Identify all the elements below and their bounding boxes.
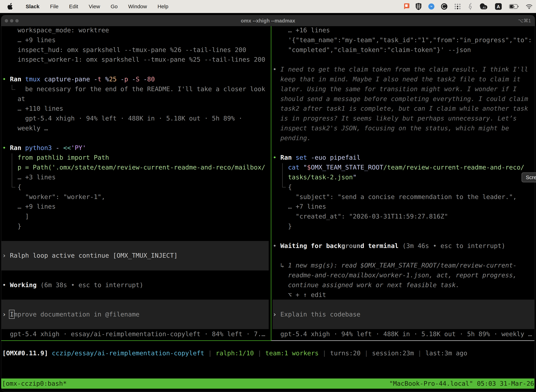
hud-segment-fg bbox=[212, 350, 216, 357]
terminal-line: inspect_worker-1: omx sparkshell --tmux-… bbox=[18, 55, 265, 65]
terminal-segment-green_bullet: • bbox=[273, 154, 280, 161]
hud-segment-bold_white: [OMX#0.11.9] bbox=[2, 350, 48, 357]
terminal-line: gpt-5.4 xhigh · 94% left · 488K in · 5.1… bbox=[280, 329, 532, 339]
messenger-badge-icon[interactable] bbox=[425, 3, 438, 10]
menu-item-view[interactable]: View bbox=[83, 4, 105, 9]
screen-share-pill-label: Scre bbox=[526, 174, 536, 180]
wifi-icon[interactable] bbox=[522, 4, 536, 9]
terminal-segment-fg: be necessary for the end of the README. … bbox=[25, 85, 265, 93]
terminal-segment-green: tasks/task-2.json bbox=[288, 173, 353, 181]
terminal-segment-fg: (6m 38s • esc to interrupt) bbox=[40, 281, 143, 289]
terminal-segment-fg bbox=[307, 154, 311, 161]
terminal-segment-bold_white: Working bbox=[10, 281, 37, 289]
terminal-segment-msg: 1 new msg(s): read $OMX_TEAM_STATE_ROOT/… bbox=[288, 262, 517, 269]
terminal-segment-bold_white: Ran bbox=[10, 75, 21, 83]
menu-app-name[interactable]: Slack bbox=[13, 4, 45, 9]
terminal-line: … +110 lines bbox=[18, 104, 63, 113]
terminal-line: } bbox=[288, 221, 292, 231]
terminal-line: • Ran set -euo pipefail bbox=[273, 153, 360, 163]
grid-shield-icon[interactable] bbox=[412, 3, 425, 10]
terminal-segment-green: p = Path('.omx/state/team/review-current… bbox=[18, 164, 265, 171]
terminal-line: cat "$OMX_TEAM_STATE_ROOT/team/review-cu… bbox=[288, 163, 524, 172]
terminal-line: be necessary for the end of the README. … bbox=[25, 84, 265, 94]
terminal-segment-blue: tmux bbox=[25, 75, 40, 83]
shutter-icon[interactable] bbox=[438, 3, 450, 10]
menu-item-go[interactable]: Go bbox=[105, 4, 123, 9]
terminal-segment-fg: } bbox=[288, 223, 292, 230]
hud-segment-fg bbox=[254, 350, 258, 357]
omx-status-line: [OMX#0.11.9] cczip/essay/ai-reimplementa… bbox=[2, 348, 467, 358]
menu-item-file[interactable]: File bbox=[45, 4, 64, 9]
hud-segment-fg bbox=[204, 350, 208, 357]
terminal-line: { bbox=[288, 182, 292, 192]
menu-item-help[interactable]: Help bbox=[152, 4, 174, 9]
terminal-segment-green_bullet: • bbox=[2, 144, 10, 151]
terminal-segment-fg: { bbox=[288, 183, 292, 191]
terminal-line: { bbox=[18, 182, 21, 192]
terminal-line: • Ran tmux capture-pane -t %25 -p -S -80 bbox=[2, 74, 155, 84]
terminal-segment-fg bbox=[398, 242, 402, 249]
terminal-segment-fg: ↳ bbox=[280, 262, 288, 269]
terminal-segment-teal: << bbox=[63, 144, 71, 151]
terminal-segment-fg: gpt-5.4 xhigh · 94% left · 488K in · 5.1… bbox=[25, 115, 242, 122]
terminal-segment-fg: … +110 lines bbox=[18, 105, 63, 112]
screen-recording-icon[interactable] bbox=[401, 3, 412, 10]
hud-segment-fg: turns:20 bbox=[330, 350, 360, 357]
tmux-pane-worker[interactable]: … +16 lines'{"team_name":"my-team","task… bbox=[271, 26, 534, 341]
terminal-segment-msg: continue assigned work or next feasible … bbox=[288, 281, 459, 289]
terminal-segment-fg: … +9 lines bbox=[18, 36, 56, 44]
terminal-segment-fg: … +7 lines bbox=[288, 203, 326, 210]
terminal-segment-lavender: capture-pane bbox=[44, 75, 90, 83]
window-title: omx --xhigh --madmax bbox=[1, 15, 535, 26]
terminal-line: inspect task2's JSON, focusing on the st… bbox=[280, 123, 509, 133]
terminal-segment-lavender: " bbox=[303, 164, 307, 171]
tmux-host-clock: "MacBook-Pro-44.local" 05:03 31-Mar-26 bbox=[389, 378, 534, 389]
desktop-screen: Slack File Edit View Go Window Help bbox=[0, 0, 536, 392]
terminal-segment-boxtext: Ralph loop active continue [OMX_TMUX_INJ… bbox=[10, 252, 178, 259]
terminal-segment-think: I need to get the claim token from the c… bbox=[280, 66, 528, 73]
terminal-line: … +7 lines bbox=[288, 202, 326, 211]
keyboard-layout-label: A bbox=[497, 4, 500, 9]
terminal-segment-inputprompt: › bbox=[273, 311, 280, 318]
terminal-segment-think: pending. bbox=[280, 134, 311, 142]
terminal-segment-white_bullet: • bbox=[2, 281, 10, 289]
terminal-segment-fg: ⌥ + ↑ edit bbox=[288, 291, 326, 299]
menu-item-window[interactable]: Window bbox=[123, 4, 152, 9]
terminal-segment-bold_white: Ran bbox=[10, 144, 21, 151]
window-title-bar[interactable]: omx --xhigh --madmax ⌥⌘1 bbox=[1, 15, 535, 26]
apple-menu-icon[interactable] bbox=[7, 3, 13, 10]
figure-icon[interactable] bbox=[464, 3, 476, 10]
tmux-status-bar: [omx-cczip0:bash* "MacBook-Pro-44.local"… bbox=[1, 378, 534, 389]
terminal-line: from pathlib import Path bbox=[18, 153, 109, 163]
cloud-badge-label: ..61 bbox=[482, 6, 486, 9]
terminal-segment-lavender: " bbox=[353, 173, 357, 181]
terminal-segment-fg: "completed","claim_token":"claim-token"}… bbox=[288, 46, 471, 53]
hud-segment-hudgreen: team:1 workers bbox=[265, 350, 319, 357]
cloud-usage-icon[interactable]: ..61 bbox=[476, 3, 491, 10]
terminal-segment-green: /team/review-current-readme-and-reco/ bbox=[383, 164, 524, 171]
terminal-segment-think: keep that in mind. Maybe I also need the… bbox=[280, 75, 520, 83]
terminal-line: workspace_mode: worktree bbox=[18, 26, 109, 35]
terminal-segment-lavender: - bbox=[56, 144, 59, 151]
terminal-line: at bbox=[18, 94, 25, 104]
dots-grid-icon[interactable] bbox=[450, 3, 464, 10]
terminal-line: } bbox=[18, 221, 21, 231]
terminal-segment-think: inspect task2's JSON, focusing on the st… bbox=[280, 125, 509, 132]
hud-segment-fg bbox=[361, 350, 364, 357]
pane-divider[interactable] bbox=[271, 26, 271, 341]
hud-segment-dim: | bbox=[364, 350, 368, 357]
terminal-segment-bold_white: Ran bbox=[280, 154, 292, 161]
terminal-segment-fg: workspace_mode: worktree bbox=[18, 27, 109, 34]
menu-item-edit[interactable]: Edit bbox=[64, 4, 84, 9]
screen-share-pill[interactable]: Scre bbox=[522, 173, 536, 182]
terminal-segment-fg: } bbox=[18, 223, 21, 230]
terminal-line: p = Path('.omx/state/team/review-current… bbox=[18, 163, 265, 172]
battery-icon[interactable] bbox=[506, 4, 522, 9]
hud-segment-fg bbox=[414, 350, 418, 357]
terminal-segment-boxprompt: › bbox=[2, 252, 10, 259]
hud-segment-fg: last:3m ago bbox=[425, 350, 467, 357]
terminal-segment-think: is in progress? It seems likely but perh… bbox=[280, 115, 517, 122]
tmux-pane-hud[interactable]: workspace_mode: worktree… +9 linesinspec… bbox=[1, 26, 271, 341]
keyboard-layout-icon[interactable]: A bbox=[491, 3, 506, 10]
terminal-line: task2 after task1 is complete, but can I… bbox=[280, 104, 528, 113]
